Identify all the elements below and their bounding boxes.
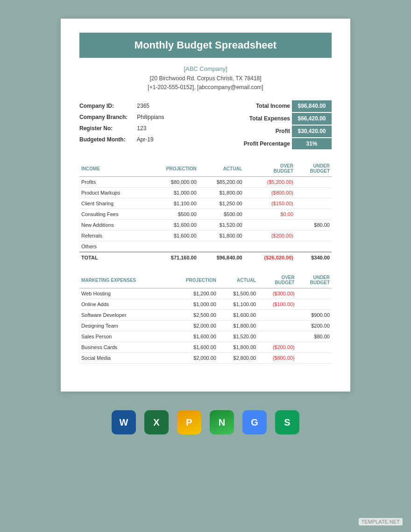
gsheets-icon[interactable]: S [275,410,299,434]
expense-row-projection: $1,200.00 [167,288,218,299]
income-row: Product Markups $1,000.00 $1,800.00 ($80… [79,188,332,198]
expense-row-under: $80.00 [297,331,332,342]
income-row-name: Client Sharing [79,198,146,209]
expense-row-projection: $2,000.00 [167,321,218,331]
company-branch-label: Company Branch: [79,112,135,123]
expense-row-name: Sales Person [79,331,167,342]
income-row: New Additions $1,600.00 $1,520.00 $80.00 [79,220,332,231]
income-row-name: Consulting Fees [79,209,146,220]
income-row-name: Referrals [79,231,146,241]
company-name: [ABC Company] [79,64,332,74]
expense-row-over: ($200.00) [258,342,297,353]
expense-row-under: $200.00 [297,321,332,331]
income-row-projection: $1,600.00 [146,231,198,241]
income-row-actual [198,241,244,252]
expense-row-over [258,331,297,342]
budgeted-month-label: Budgeted Month: [79,134,135,145]
expense-row: Sales Person $1,600.00 $1,520.00 $80.00 [79,331,332,342]
excel-icon[interactable]: X [144,410,169,434]
company-info: [ABC Company] [20 Birchwood Rd. Corpus C… [79,64,332,92]
expense-row-actual: $1,800.00 [218,342,258,353]
register-label: Register No: [79,123,135,134]
register-row: Register No: 123 [79,123,164,134]
income-row-over: ($150.00) [244,198,295,209]
gdocs-icon[interactable]: G [242,410,267,434]
company-address: [20 Birchwood Rd. Corpus Christi, TX 784… [79,74,332,83]
income-row-under: $80.00 [295,220,332,231]
word-icon[interactable]: W [112,410,136,434]
register-value: 123 [137,125,146,132]
expense-row-actual: $1,600.00 [218,310,258,321]
expense-row-name: Business Cards [79,342,167,353]
income-row-projection: $1,100.00 [146,198,198,209]
company-id-value: 2365 [137,103,149,109]
expense-row-name: Social Media [79,353,167,364]
mkt-actual-col-header: ACTUAL [218,272,258,288]
income-row-actual: $500.00 [198,209,244,220]
expense-row-over: ($100.00) [258,299,297,310]
spreadsheet-title: Monthly Budget Spreadsheet [79,33,332,58]
expense-row-over: ($800.00) [258,353,297,364]
profit-pct-value: 31% [292,138,332,150]
summary-section: Company ID: 2365 Company Branch: Philipp… [79,100,332,150]
expense-row-actual: $2,800.00 [218,353,258,364]
company-details: Company ID: 2365 Company Branch: Philipp… [79,100,164,150]
expense-row-under: $900.00 [297,310,332,321]
numbers-icon[interactable]: N [210,410,234,434]
income-row-under [295,231,332,241]
income-total-under: $340.00 [295,252,332,263]
income-total-over: ($26,020.00) [244,252,295,263]
income-row-actual: $1,250.00 [198,198,244,209]
pages-icon[interactable]: P [177,410,201,434]
income-row-over: ($200.00) [244,231,295,241]
income-row-actual: $85,200.00 [198,177,244,188]
income-row-over [244,220,295,231]
income-row-projection: $1,000.00 [146,188,198,198]
income-total-label: TOTAL [79,252,146,263]
mkt-over-budget-col-header: OVERBUDGET [258,272,297,288]
expense-row-over: ($300.00) [258,288,297,299]
watermark-label: TEMPLATE.NET [359,518,403,525]
expense-row-actual: $1,520.00 [218,331,258,342]
expense-row-under [297,342,332,353]
under-budget-col-header: UNDERBUDGET [295,161,332,177]
company-id-label: Company ID: [79,100,135,112]
expense-row-name: Online Adds [79,299,167,310]
total-income-row: Total Income $96,840.00 [244,100,332,112]
expense-row-under [297,299,332,310]
income-row: Referrals $1,600.00 $1,800.00 ($200.00) [79,231,332,241]
expense-row-actual: $1,100.00 [218,299,258,310]
income-row: Profits $80,000.00 $85,200.00 ($5,200.00… [79,177,332,188]
income-row-over [244,241,295,252]
company-id-row: Company ID: 2365 [79,100,164,112]
expense-row-name: Web Hosting [79,288,167,299]
profit-pct-row: Profit Percentage 31% [244,138,332,150]
over-budget-col-header: OVERBUDGET [244,161,295,177]
income-row-over: ($800.00) [244,188,295,198]
expense-row-over [258,321,297,331]
expense-row-over [258,310,297,321]
income-row-projection [146,241,198,252]
profit-label: Profit [276,126,290,137]
income-table: INCOME PROJECTION ACTUAL OVERBUDGET UNDE… [79,161,332,263]
income-row-under [295,198,332,209]
income-row-over: ($5,200.00) [244,177,295,188]
expense-row-actual: $1,500.00 [218,288,258,299]
income-total-projection: $71,160.00 [146,252,198,263]
income-row-name: New Additions [79,220,146,231]
expense-row-projection: $2,500.00 [167,310,218,321]
mkt-projection-col-header: PROJECTION [167,272,218,288]
expense-row-under [297,288,332,299]
expense-row-name: Software Developer [79,310,167,321]
expense-row: Social Media $2,000.00 $2,800.00 ($800.0… [79,353,332,364]
income-row-under [295,177,332,188]
profit-value: $30,420.00 [292,126,332,137]
budgeted-month-value: Apr-19 [137,136,154,143]
total-expenses-value: $66,420.00 [292,113,332,125]
actual-col-header: ACTUAL [198,161,244,177]
expense-row-name: Designing Team [79,321,167,331]
marketing-col-header: MARKETING EXPENSES [79,272,167,288]
income-row-actual: $1,800.00 [198,188,244,198]
income-row-under [295,188,332,198]
app-icons-bar: W X P N G S [112,403,299,438]
